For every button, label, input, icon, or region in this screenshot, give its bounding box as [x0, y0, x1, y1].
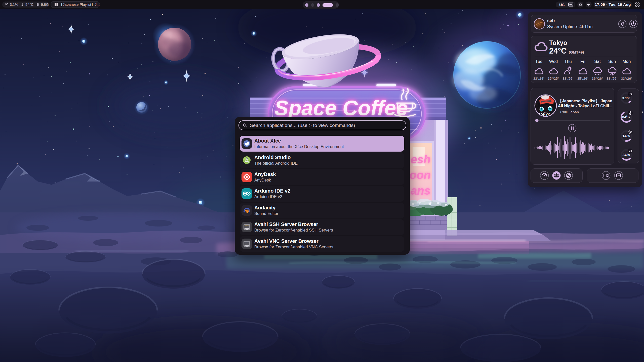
- svg-text:Space Coffee: Space Coffee: [274, 96, 408, 120]
- svg-text:14%: 14%: [622, 134, 630, 138]
- svg-text:esh: esh: [411, 153, 430, 166]
- svg-text:24%: 24%: [622, 153, 630, 157]
- svg-text:54°C: 54°C: [622, 115, 630, 119]
- svg-text:oon: oon: [410, 168, 431, 182]
- svg-text:ans: ans: [411, 184, 430, 197]
- svg-text:3.1%: 3.1%: [622, 96, 630, 100]
